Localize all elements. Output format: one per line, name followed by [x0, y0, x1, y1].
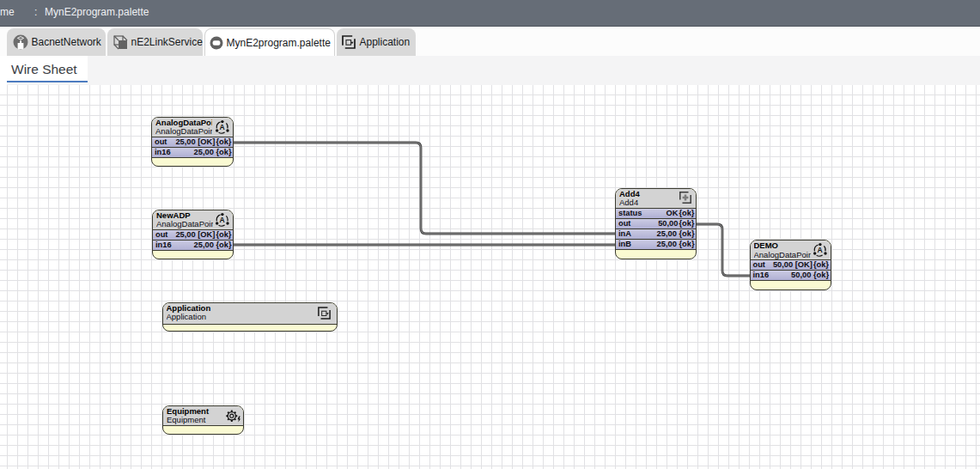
- svg-text:A: A: [219, 215, 224, 223]
- svg-text:A: A: [219, 122, 224, 131]
- svg-text:A: A: [817, 246, 822, 254]
